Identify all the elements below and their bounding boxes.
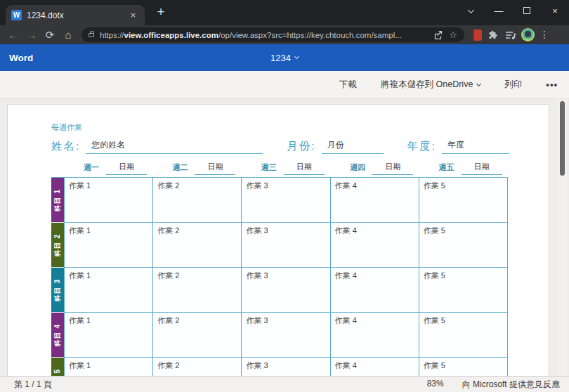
chevron-down-icon xyxy=(476,81,481,86)
playlist-extension-icon[interactable] xyxy=(502,27,519,44)
weekday-label: 週五 xyxy=(439,162,454,175)
homework-cell[interactable]: 作業 4 xyxy=(330,313,419,357)
homework-table: 科目 1作業 1作業 2作業 3作業 4作業 5科目 2作業 1作業 2作業 3… xyxy=(51,177,508,377)
name-label: 姓名: xyxy=(51,139,80,154)
subject-label: 科目 4 xyxy=(53,323,63,346)
weekday-cell: 週一日期 xyxy=(64,162,152,175)
subject-tab: 科目 5 xyxy=(51,358,64,377)
weekday-label: 週二 xyxy=(172,162,188,175)
homework-cell[interactable]: 作業 2 xyxy=(152,268,241,312)
save-to-onedrive-label: 將複本儲存到 OneDrive xyxy=(381,79,473,91)
table-row: 科目 1作業 1作業 2作業 3作業 4作業 5 xyxy=(51,178,507,223)
print-button[interactable]: 列印 xyxy=(504,79,522,91)
date-field[interactable]: 日期 xyxy=(284,162,325,175)
homework-cell[interactable]: 作業 3 xyxy=(241,313,329,357)
maximize-button[interactable] xyxy=(513,0,541,21)
doc-title-wrap[interactable]: 1234 xyxy=(0,53,569,63)
month-label: 月份: xyxy=(287,139,315,154)
homework-cell[interactable]: 作業 5 xyxy=(419,223,507,267)
weekday-label: 週四 xyxy=(350,162,365,175)
browser-tab[interactable]: W 1234.dotx × xyxy=(6,5,145,25)
status-bar: 第 1 / 1 頁 83% 向 Microsoft 提供意見反應 xyxy=(0,376,569,392)
page-count: 第 1 / 1 頁 xyxy=(14,379,52,391)
date-field[interactable]: 日期 xyxy=(462,162,502,175)
vertical-scrollbar[interactable] xyxy=(558,99,567,377)
homework-cell[interactable]: 作業 3 xyxy=(241,358,329,377)
year-field[interactable]: 年度 xyxy=(442,139,509,154)
reload-icon[interactable]: ⟳ xyxy=(41,27,59,44)
homework-cell[interactable]: 作業 1 xyxy=(64,358,152,377)
url-text: https://view.officeapps.live.com/op/view… xyxy=(100,31,427,39)
homework-cell[interactable]: 作業 4 xyxy=(330,268,419,312)
weekday-cell: 週四日期 xyxy=(330,162,419,175)
homework-cell[interactable]: 作業 5 xyxy=(419,178,507,222)
homework-cell[interactable]: 作業 3 xyxy=(241,268,329,312)
share-icon[interactable] xyxy=(433,30,443,39)
tab-close-icon[interactable]: × xyxy=(127,9,139,21)
date-field[interactable]: 日期 xyxy=(372,162,413,175)
name-field[interactable]: 您的姓名 xyxy=(86,139,263,154)
reader-extension-icon[interactable] xyxy=(469,27,485,44)
new-tab-button[interactable]: + xyxy=(152,3,170,21)
close-button[interactable]: × xyxy=(541,0,569,21)
homework-cell[interactable]: 作業 5 xyxy=(419,268,507,312)
extensions-puzzle-icon[interactable] xyxy=(485,27,502,44)
back-icon[interactable]: ← xyxy=(4,27,22,44)
month-field[interactable]: 月份 xyxy=(322,139,384,154)
homework-cell[interactable]: 作業 4 xyxy=(330,358,419,377)
fields-row: 姓名: 您的姓名 月份: 月份 年度: 年度 xyxy=(51,139,509,154)
office-toolbar: 下載 將複本儲存到 OneDrive 列印 ••• xyxy=(0,71,569,99)
homework-cell[interactable]: 作業 1 xyxy=(64,223,152,267)
profile-avatar[interactable] xyxy=(519,27,536,44)
homework-cell[interactable]: 作業 2 xyxy=(152,358,241,377)
zoom-level[interactable]: 83% xyxy=(427,379,444,391)
url-path: /op/view.aspx?src=https://key.chtouch.co… xyxy=(218,31,402,39)
subject-tab: 科目 3 xyxy=(51,268,64,313)
homework-cell[interactable]: 作業 1 xyxy=(64,313,152,357)
feedback-link[interactable]: 向 Microsoft 提供意見反應 xyxy=(462,379,560,391)
download-button[interactable]: 下載 xyxy=(339,79,357,91)
url-prefix: https:// xyxy=(100,31,124,39)
lock-icon xyxy=(89,33,94,37)
weekday-cell: 週五日期 xyxy=(419,162,508,175)
homework-cell[interactable]: 作業 1 xyxy=(64,268,152,312)
document-canvas: 每週作業 姓名: 您的姓名 月份: 月份 年度: 年度 週一日期週二日期週三日期… xyxy=(0,99,569,377)
doc-title[interactable]: 1234 xyxy=(270,53,291,63)
bookmark-star-icon[interactable]: ☆ xyxy=(449,30,457,40)
date-field[interactable]: 日期 xyxy=(195,162,235,175)
homework-cell[interactable]: 作業 4 xyxy=(330,223,419,267)
weekday-label: 週三 xyxy=(261,162,277,175)
homework-cell[interactable]: 作業 5 xyxy=(419,358,507,377)
word-file-icon: W xyxy=(11,10,22,20)
save-to-onedrive-button[interactable]: 將複本儲存到 OneDrive xyxy=(381,79,480,91)
tab-search-icon[interactable] xyxy=(457,0,485,21)
forward-icon[interactable]: → xyxy=(22,27,41,44)
weekday-label: 週一 xyxy=(84,162,99,175)
table-row: 科目 4作業 1作業 2作業 3作業 4作業 5 xyxy=(51,313,507,358)
year-field-group: 年度: 年度 xyxy=(407,139,509,154)
homework-cell[interactable]: 作業 3 xyxy=(241,178,329,222)
homework-cell[interactable]: 作業 5 xyxy=(419,313,507,357)
table-row: 科目 5作業 1作業 2作業 3作業 4作業 5 xyxy=(51,358,507,377)
subject-tab: 科目 2 xyxy=(51,223,64,268)
browser-menu-icon[interactable]: ⋮ xyxy=(536,27,553,44)
name-field-group: 姓名: 您的姓名 xyxy=(51,139,263,154)
home-icon[interactable]: ⌂ xyxy=(59,27,77,44)
homework-cell[interactable]: 作業 2 xyxy=(152,178,241,222)
doc-heading: 每週作業 xyxy=(51,122,549,133)
url-omnibox[interactable]: https://view.officeapps.live.com/op/view… xyxy=(81,27,464,42)
homework-cell[interactable]: 作業 1 xyxy=(64,178,152,222)
subject-label: 科目 2 xyxy=(53,233,63,256)
homework-cell[interactable]: 作業 3 xyxy=(241,223,329,267)
subject-label: 科目 1 xyxy=(53,188,63,211)
url-domain: view.officeapps.live.com xyxy=(124,31,218,39)
homework-cell[interactable]: 作業 2 xyxy=(152,223,241,267)
more-options-button[interactable]: ••• xyxy=(546,79,558,90)
browser-window: W 1234.dotx × + — × ← → ⟳ ⌂ https://view… xyxy=(0,0,569,392)
date-field[interactable]: 日期 xyxy=(106,162,147,175)
subject-tab: 科目 1 xyxy=(51,178,64,223)
scrollbar-thumb[interactable] xyxy=(560,101,565,176)
homework-cell[interactable]: 作業 4 xyxy=(330,178,419,222)
homework-cell[interactable]: 作業 2 xyxy=(152,313,241,357)
minimize-button[interactable]: — xyxy=(485,0,513,21)
